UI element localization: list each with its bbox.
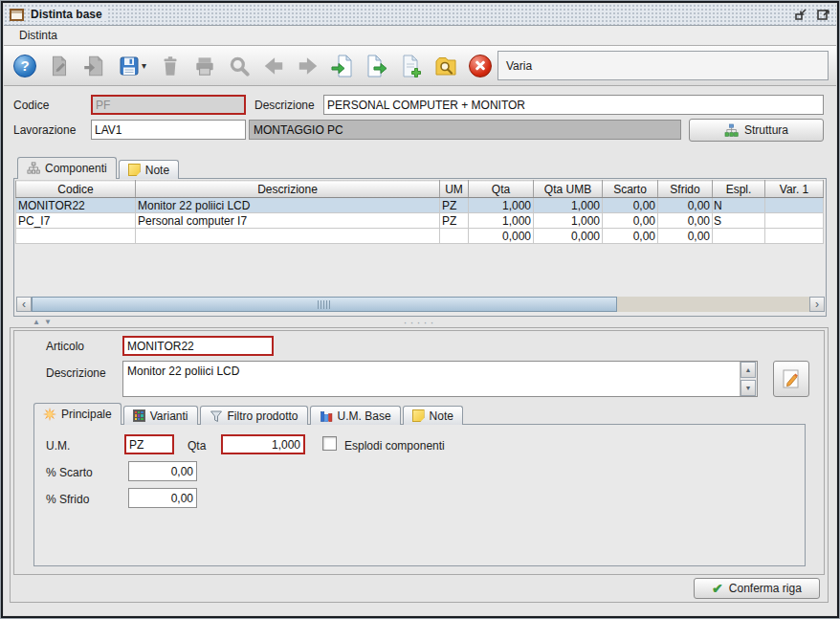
context-field[interactable]: Varia: [497, 51, 829, 80]
menu-distinta[interactable]: Distinta: [13, 27, 63, 44]
table-row-pc-i7[interactable]: PC_I7 Personal computer I7 PZ 1,000 1,00…: [16, 213, 824, 229]
document-plus-icon: [399, 54, 424, 78]
cell: 0,00: [603, 229, 658, 244]
tab-componenti[interactable]: Componenti: [17, 157, 117, 179]
printer-icon: [192, 54, 217, 78]
import-row-button[interactable]: [327, 51, 358, 81]
next-button: [293, 51, 323, 81]
cell: PC_I7: [16, 213, 136, 229]
cell: Personal computer I7: [136, 213, 440, 229]
cell: S: [713, 213, 765, 229]
um-field[interactable]: [124, 434, 174, 454]
scroll-right-button[interactable]: ›: [809, 297, 825, 312]
scarto-field[interactable]: [128, 461, 197, 481]
cell: 1,000: [469, 198, 534, 213]
articolo-field[interactable]: [122, 336, 274, 356]
tab-principale[interactable]: Principale: [33, 403, 122, 425]
col-qta-umb[interactable]: Qta UMB: [534, 181, 603, 198]
scarto-label: % Scarto: [46, 466, 93, 479]
um-label: U.M.: [46, 439, 70, 453]
application-window: Distinta base Distinta ?: [0, 0, 840, 619]
folder-search-icon: [433, 54, 458, 78]
detail-descrizione-label: Descrizione: [46, 366, 106, 380]
col-scarto[interactable]: Scarto: [603, 181, 658, 198]
search-button: [224, 51, 254, 81]
tree-structure-icon: [724, 123, 739, 138]
tab-filtro-prodotto[interactable]: Filtro prodotto: [200, 406, 308, 425]
cell: MONITOR22: [16, 198, 136, 213]
menubar: Distinta: [4, 26, 836, 46]
sfrido-field[interactable]: [128, 488, 197, 508]
col-espl[interactable]: Espl.: [713, 181, 765, 198]
window-titlebar[interactable]: Distinta base: [4, 4, 836, 26]
col-sfrido[interactable]: Sfrido: [658, 181, 713, 198]
esplodi-label: Esplodi componenti: [344, 439, 445, 453]
tab-um-base[interactable]: U.M. Base: [310, 406, 401, 425]
document-arrow-out-icon: [365, 54, 389, 78]
save-button[interactable]: ▾: [113, 51, 151, 81]
cell: [440, 229, 469, 244]
scrollbar-thumb[interactable]: [32, 297, 617, 312]
funnel-icon: [210, 409, 223, 423]
cell: PZ: [440, 213, 469, 229]
restore-window-button[interactable]: [792, 7, 808, 23]
descrizione-field[interactable]: [323, 95, 824, 115]
cell: Monitor 22 poliici LCD: [136, 198, 440, 213]
split-grip: ·····: [404, 318, 437, 327]
cell: [136, 229, 440, 244]
col-var1[interactable]: Var. 1: [765, 181, 824, 198]
window-title: Distinta base: [31, 8, 108, 21]
lookup-button[interactable]: [431, 51, 461, 81]
struttura-button[interactable]: Struttura: [689, 119, 824, 142]
textarea-scroll-down-button[interactable]: ▼: [741, 380, 756, 396]
detail-descrizione-textarea[interactable]: Monitor 22 poliici LCD ▲ ▼: [122, 361, 758, 397]
tab-varianti[interactable]: Varianti: [123, 406, 198, 425]
save-dropdown-caret[interactable]: ▾: [142, 60, 146, 71]
tab-um-base-label: U.M. Base: [338, 409, 391, 423]
col-descrizione[interactable]: Descrizione: [136, 181, 440, 198]
esplodi-checkbox[interactable]: [322, 436, 337, 451]
tab-note-upper-label: Note: [145, 164, 169, 177]
struttura-label: Struttura: [744, 123, 788, 137]
scroll-left-button[interactable]: ‹: [16, 297, 32, 312]
split-collapse-up-button[interactable]: ▲: [31, 318, 42, 327]
table-header-row: Codice Descrizione UM Qta Qta UMB Scarto…: [16, 181, 824, 198]
maximize-window-button[interactable]: [814, 7, 830, 23]
conferma-riga-button[interactable]: ✔ Conferma riga: [694, 578, 820, 599]
conferma-riga-label: Conferma riga: [729, 582, 802, 595]
new-row-button[interactable]: [396, 51, 427, 81]
restore-icon: [793, 7, 808, 22]
tab-principale-label: Principale: [61, 408, 112, 421]
textarea-scroll-up-button[interactable]: ▲: [741, 362, 756, 378]
codice-field: [91, 95, 246, 115]
sfrido-label: % Sfrido: [46, 493, 89, 506]
maximize-icon: [815, 7, 830, 22]
sticky-note-icon: [412, 409, 425, 422]
tab-note-lower[interactable]: Note: [403, 406, 463, 425]
col-um[interactable]: UM: [440, 181, 469, 198]
col-codice[interactable]: Codice: [16, 181, 136, 198]
edit-document-icon: [47, 54, 72, 78]
bar-chart-icon: [320, 409, 333, 423]
green-check-icon: ✔: [712, 581, 723, 596]
table-row-monitor22[interactable]: MONITOR22 Monitor 22 poliici LCD PZ 1,00…: [16, 198, 824, 213]
cell: [765, 198, 824, 213]
qta-field[interactable]: [221, 434, 305, 454]
lavorazione-field[interactable]: [91, 120, 246, 140]
copy-document-button: [78, 51, 109, 81]
cell: 0,00: [658, 198, 713, 213]
cell: [713, 229, 765, 244]
close-button[interactable]: [465, 51, 496, 81]
arrow-right-icon: [296, 54, 321, 78]
hierarchy-icon: [27, 162, 40, 175]
col-qta[interactable]: Qta: [469, 181, 534, 198]
help-button[interactable]: ?: [10, 51, 40, 81]
tab-note-upper[interactable]: Note: [119, 160, 179, 179]
split-collapse-down-button[interactable]: ▼: [42, 318, 54, 327]
split-divider[interactable]: ▲ ▼ ·····: [4, 317, 836, 327]
export-row-button[interactable]: [362, 51, 392, 81]
toolbar: ? ▾: [4, 46, 836, 86]
lavorazione-description: MONTAGGIO PC: [249, 120, 681, 140]
edit-description-button[interactable]: [773, 361, 809, 397]
cell: N: [713, 198, 765, 213]
